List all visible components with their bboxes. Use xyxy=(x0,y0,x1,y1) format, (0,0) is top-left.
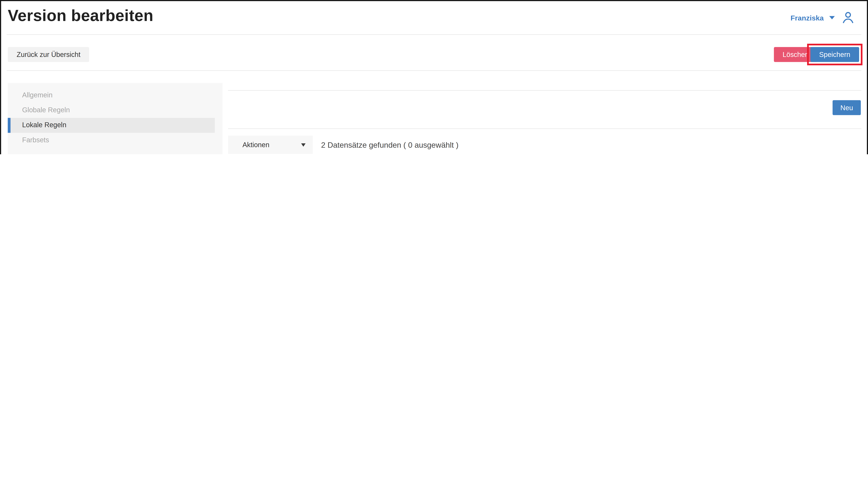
divider xyxy=(7,70,861,71)
divider xyxy=(228,128,861,129)
save-button-highlight: Speichern xyxy=(807,44,863,65)
divider xyxy=(228,90,861,91)
back-to-overview-button[interactable]: Zurück zur Übersicht xyxy=(8,47,90,62)
chevron-down-icon[interactable] xyxy=(829,16,835,19)
sidebar-item-globale-regeln[interactable]: Globale Regeln xyxy=(8,103,215,118)
result-summary: 2 Datensätze gefunden ( 0 ausgewählt ) xyxy=(321,141,458,149)
dropdown-caret-icon xyxy=(301,143,306,146)
sidebar-item-lokale-regeln[interactable]: Lokale Regeln xyxy=(8,118,215,133)
actions-dropdown[interactable]: Aktionen xyxy=(228,136,313,154)
user-icon[interactable] xyxy=(840,10,856,25)
page-title: Version bearbeiten xyxy=(8,7,153,25)
save-button[interactable]: Speichern xyxy=(810,47,859,62)
divider xyxy=(7,34,861,35)
new-rule-button[interactable]: Neu xyxy=(833,100,861,115)
user-name[interactable]: Franziska xyxy=(791,14,824,22)
user-menu[interactable]: Franziska xyxy=(791,10,856,25)
actions-dropdown-label: Aktionen xyxy=(228,141,269,149)
sidebar-item-farbsets[interactable]: Farbsets xyxy=(8,133,215,148)
sidebar-item-allgemein[interactable]: Allgemein xyxy=(8,88,215,103)
settings-sidebar: Allgemein Globale Regeln Lokale Regeln F… xyxy=(8,83,222,154)
panel-version-bearbeiten: Version bearbeiten Franziska Zurück zur … xyxy=(0,0,868,154)
stage: Version bearbeiten Franziska Zurück zur … xyxy=(0,0,868,154)
